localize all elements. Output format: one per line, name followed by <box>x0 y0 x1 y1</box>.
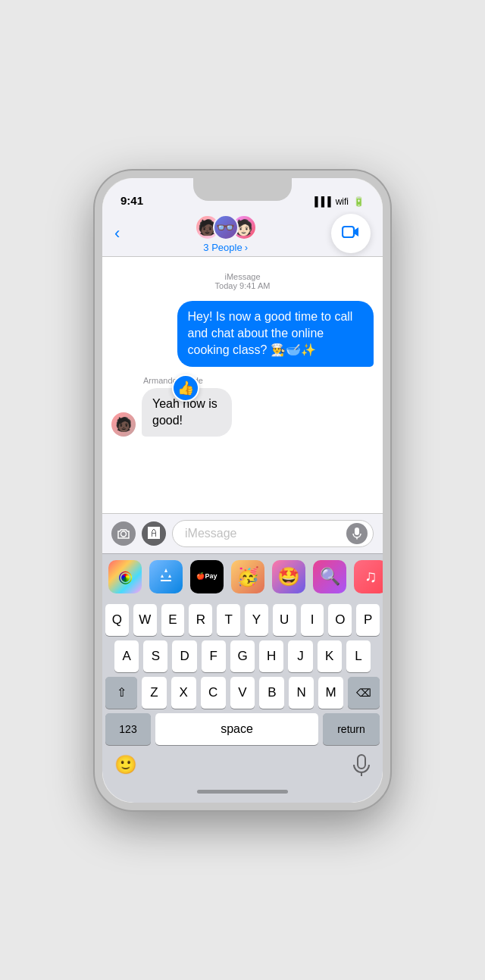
svg-point-1 <box>121 531 127 537</box>
delete-key[interactable]: ⌫ <box>348 677 380 709</box>
notch <box>193 178 292 201</box>
key-e[interactable]: E <box>161 604 185 636</box>
nav-bar: ‹ 🧑🏿 👓 🧑🏻 3 People › <box>102 211 383 257</box>
svg-rect-2 <box>355 528 359 535</box>
sender-name: Armando Cajide <box>143 376 261 385</box>
bubble-in-wrapper: Yeah now is good! 👍 <box>142 388 261 437</box>
battery-icon: 🔋 <box>353 196 365 207</box>
phone-frame: 9:41 ▐▐▐ wifi 🔋 ‹ 🧑🏿 👓 <box>95 171 390 810</box>
key-s[interactable]: S <box>143 640 167 672</box>
key-a[interactable]: A <box>114 640 139 672</box>
keyboard-row-3: ⇧ Z X C V B N M ⌫ <box>102 672 383 709</box>
key-q[interactable]: Q <box>105 604 129 636</box>
wifi-icon: wifi <box>336 196 349 207</box>
message-incoming: 🧑🏿 Armando Cajide Yeah now is good! 👍 <box>102 376 383 437</box>
nav-title-arrow: › <box>245 242 248 253</box>
stickers-app-icon[interactable]: 🤩 <box>272 560 305 593</box>
avatar-2: 👓 <box>213 214 239 240</box>
memoji-app-icon[interactable]: 🥳 <box>231 560 264 593</box>
status-time: 9:41 <box>120 194 143 207</box>
key-t[interactable]: T <box>217 604 240 636</box>
key-b[interactable]: B <box>259 677 284 709</box>
key-z[interactable]: Z <box>142 677 167 709</box>
applepay-app-icon[interactable]: 🍎 Pay <box>190 560 224 593</box>
camera-button[interactable] <box>111 521 136 546</box>
shift-key[interactable]: ⇧ <box>105 677 137 709</box>
search-app-icon[interactable]: 🔍 <box>313 560 346 593</box>
key-u[interactable]: U <box>273 604 296 636</box>
key-h[interactable]: H <box>259 640 283 672</box>
keyboard-row-1: Q W E R T Y U I O P <box>102 600 383 636</box>
emoji-button[interactable]: 🙂 <box>114 754 137 781</box>
key-v[interactable]: V <box>230 677 255 709</box>
message-outgoing: Hey! Is now a good time to call and chat… <box>102 301 383 367</box>
music-app-icon[interactable]: ♫ <box>354 560 383 593</box>
screen: 9:41 ▐▐▐ wifi 🔋 ‹ 🧑🏿 👓 <box>102 178 383 803</box>
home-indicator <box>102 781 383 803</box>
key-k[interactable]: K <box>318 640 342 672</box>
key-m[interactable]: M <box>318 677 343 709</box>
svg-rect-0 <box>343 227 354 237</box>
apps-button[interactable]: 🅰 <box>142 521 166 546</box>
key-n[interactable]: N <box>289 677 314 709</box>
key-y[interactable]: Y <box>245 604 268 636</box>
group-label: 3 People <box>203 242 242 253</box>
key-w[interactable]: W <box>133 604 157 636</box>
service-label: iMessage <box>102 272 383 281</box>
key-o[interactable]: O <box>328 604 352 636</box>
avatar-group: 🧑🏿 👓 🧑🏻 <box>195 214 257 240</box>
message-left-content: Armando Cajide Yeah now is good! 👍 <box>142 376 261 437</box>
return-key[interactable]: return <box>323 713 380 745</box>
bottom-bar: 🙂 <box>102 751 383 781</box>
numbers-key[interactable]: 123 <box>105 713 151 745</box>
input-placeholder: iMessage <box>185 527 236 540</box>
app-strip: ◉ 🍎 Pay 🥳 🤩 🔍 ♫ <box>102 553 383 600</box>
timestamp-label: iMessage Today 9:41 AM <box>102 272 383 290</box>
keyboard: Q W E R T Y U I O P A S D F G H J K <box>102 600 383 751</box>
key-l[interactable]: L <box>346 640 371 672</box>
key-p[interactable]: P <box>356 604 380 636</box>
audio-input-button[interactable] <box>346 523 368 544</box>
bubble-out: Hey! Is now a good time to call and chat… <box>177 301 374 367</box>
sender-avatar: 🧑🏿 <box>111 412 136 437</box>
photos-app-icon[interactable]: ◉ <box>108 560 142 593</box>
video-icon <box>342 225 360 243</box>
key-d[interactable]: D <box>172 640 196 672</box>
keyboard-row-2: A S D F G H J K L <box>102 636 383 672</box>
space-key[interactable]: space <box>155 713 318 745</box>
input-wrapper: iMessage <box>172 520 374 547</box>
back-button[interactable]: ‹ <box>114 224 120 243</box>
tapback-thumbsup: 👍 <box>172 374 199 402</box>
message-input[interactable]: iMessage <box>172 520 374 547</box>
message-text-1: Hey! Is now a good time to call and chat… <box>188 310 353 357</box>
chevron-left-icon: ‹ <box>114 224 120 243</box>
facetime-button[interactable] <box>331 214 371 253</box>
key-j[interactable]: J <box>288 640 312 672</box>
svg-rect-5 <box>358 755 365 769</box>
messages-area: iMessage Today 9:41 AM Hey! Is now a goo… <box>102 257 383 513</box>
appstore-app-icon[interactable] <box>149 560 183 593</box>
key-c[interactable]: C <box>201 677 226 709</box>
key-x[interactable]: X <box>171 677 196 709</box>
key-g[interactable]: G <box>230 640 255 672</box>
group-info-button[interactable]: 🧑🏿 👓 🧑🏻 3 People › <box>195 214 257 253</box>
status-icons: ▐▐▐ wifi 🔋 <box>311 196 365 207</box>
keyboard-bottom-row: 123 space return <box>102 709 383 751</box>
key-i[interactable]: I <box>301 604 324 636</box>
signal-icon: ▐▐▐ <box>311 196 331 207</box>
time-label: Today 9:41 AM <box>102 281 383 290</box>
input-bar: 🅰 iMessage <box>102 513 383 553</box>
key-f[interactable]: F <box>202 640 226 672</box>
home-bar <box>197 790 288 794</box>
key-r[interactable]: R <box>189 604 212 636</box>
microphone-button[interactable] <box>352 754 371 781</box>
